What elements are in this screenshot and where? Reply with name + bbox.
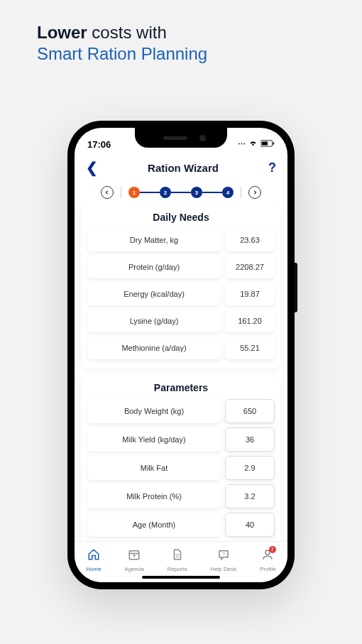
calendar-icon: [128, 548, 141, 564]
daily-needs-card: Daily Needs Dry Matter, kg23.63 Protein …: [82, 204, 280, 368]
param-input[interactable]: 36: [225, 427, 275, 452]
table-row: Dry Matter, kg23.63: [87, 229, 275, 251]
need-label: Energy (kcal/day): [87, 283, 221, 305]
help-button[interactable]: ?: [268, 160, 276, 175]
param-label: Body Weight (kg): [87, 399, 221, 423]
content: Daily Needs Dry Matter, kg23.63 Protein …: [75, 204, 287, 552]
step-line: [202, 192, 222, 193]
stepper-prev-button[interactable]: [101, 186, 114, 199]
headline-bold: Lower: [37, 23, 87, 42]
svg-rect-2: [273, 142, 275, 144]
table-row: Body Weight (kg)650: [87, 399, 275, 423]
param-label: Milk Fat: [87, 456, 221, 480]
tab-label: Profile: [260, 566, 276, 572]
tab-reports[interactable]: Reports: [168, 548, 187, 572]
battery-icon: [260, 140, 275, 148]
signal-icon: ⋯: [238, 140, 246, 149]
step-1[interactable]: 1: [128, 187, 140, 198]
param-input[interactable]: 2.9: [225, 456, 275, 480]
tab-label: Reports: [168, 566, 187, 572]
step-line: [140, 192, 160, 193]
tab-profile[interactable]: Profile !: [260, 548, 276, 572]
need-value: 23.63: [225, 229, 275, 251]
step-3[interactable]: 3: [191, 187, 202, 198]
param-label: Age (Month): [87, 513, 221, 537]
need-value: 19.87: [225, 283, 275, 305]
table-row: Age (Month)40: [87, 513, 275, 537]
tab-label: Home: [86, 566, 101, 572]
daily-needs-title: Daily Needs: [87, 212, 275, 223]
parameters-title: Parameters: [87, 382, 275, 393]
need-value: 2208.27: [225, 256, 275, 278]
svg-point-3: [106, 192, 106, 193]
step-line: [171, 192, 191, 193]
step-4[interactable]: 4: [222, 187, 234, 198]
need-label: Methionine (a/day): [87, 337, 221, 359]
home-icon: [87, 548, 100, 564]
need-label: Lysine (g/day): [87, 310, 221, 332]
table-row: Energy (kcal/day)19.87: [87, 283, 275, 305]
tab-label: Agenda: [124, 566, 144, 572]
tab-helpdesk[interactable]: ? Help Desk: [210, 548, 236, 572]
table-row: Milk Fat2.9: [87, 456, 275, 480]
headline: Lower costs with Smart Ration Planning: [0, 0, 362, 64]
back-button[interactable]: ❮: [86, 159, 98, 176]
table-row: Methionine (a/day)55.21: [87, 337, 275, 359]
screen: 17:06 ⋯ ❮ Ration Wizard ?: [75, 128, 287, 582]
stepper-next-button[interactable]: [248, 186, 261, 199]
table-row: Lysine (g/day)161.20: [87, 310, 275, 332]
navbar: ❮ Ration Wizard ?: [75, 153, 287, 182]
headline-rest: costs with: [92, 23, 166, 42]
stepper: 1 2 3 4: [75, 182, 287, 204]
table-row: Protein (g/day)2208.27: [87, 256, 275, 278]
document-icon: [171, 548, 184, 564]
param-label: Milk Protein (%): [87, 484, 221, 508]
status-icons: ⋯: [238, 140, 275, 149]
svg-point-4: [256, 192, 256, 193]
need-value: 55.21: [225, 337, 275, 359]
headline-top: Lower costs with: [37, 23, 362, 43]
need-label: Dry Matter, kg: [87, 229, 221, 251]
table-row: Milk Protein (%)3.2: [87, 484, 275, 508]
step-2[interactable]: 2: [160, 187, 171, 198]
notification-badge: !: [269, 546, 276, 553]
need-label: Protein (g/day): [87, 256, 221, 278]
param-input[interactable]: 650: [225, 399, 275, 423]
svg-text:?: ?: [222, 551, 225, 556]
headline-sub: Smart Ration Planning: [37, 44, 362, 64]
tab-home[interactable]: Home: [86, 548, 101, 572]
notch: [135, 128, 227, 148]
phone-side-button: [295, 263, 297, 312]
svg-rect-1: [262, 142, 268, 146]
param-input[interactable]: 40: [225, 513, 275, 537]
parameters-card: Parameters Body Weight (kg)650 Milk Yiel…: [82, 375, 280, 545]
need-value: 161.20: [225, 310, 275, 332]
param-input[interactable]: 3.2: [225, 484, 275, 508]
divider: [121, 187, 121, 198]
tab-agenda[interactable]: Agenda: [124, 548, 144, 572]
home-indicator: [142, 576, 220, 579]
page-title: Ration Wizard: [148, 162, 219, 174]
tab-label: Help Desk: [210, 566, 236, 572]
chat-icon: ?: [217, 548, 230, 564]
divider: [241, 187, 241, 198]
param-label: Milk Yield (kg/day): [87, 427, 221, 452]
phone-frame: 17:06 ⋯ ❮ Ration Wizard ?: [67, 121, 295, 589]
clock: 17:06: [87, 139, 111, 150]
wifi-icon: [248, 140, 258, 148]
table-row: Milk Yield (kg/day)36: [87, 427, 275, 452]
